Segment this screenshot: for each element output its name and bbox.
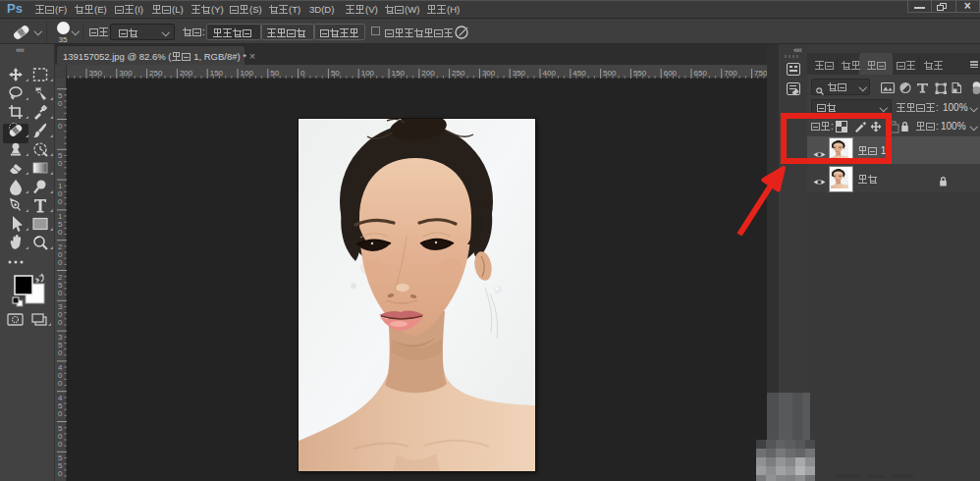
svg-text:350: 350 [513, 69, 526, 78]
svg-text:150: 150 [210, 69, 224, 78]
svg-text:150: 150 [392, 69, 406, 78]
svg-text:400: 400 [543, 69, 557, 78]
svg-text:0: 0 [58, 348, 63, 357]
svg-text:500: 500 [603, 69, 617, 78]
svg-text:0: 0 [58, 469, 63, 478]
svg-text:0: 0 [58, 228, 63, 237]
svg-text:750: 750 [754, 69, 767, 78]
svg-text:550: 550 [633, 69, 647, 78]
svg-text:250: 250 [452, 69, 465, 78]
svg-text:200: 200 [421, 69, 435, 78]
svg-text:0: 0 [58, 159, 63, 168]
svg-text:350: 350 [89, 69, 103, 78]
svg-text:0: 0 [58, 379, 63, 388]
svg-text:100: 100 [361, 69, 375, 78]
svg-text:300: 300 [482, 69, 496, 78]
svg-text:0: 0 [58, 289, 63, 297]
svg-text:200: 200 [180, 69, 193, 78]
svg-text:250: 250 [149, 69, 163, 78]
svg-text:450: 450 [572, 69, 586, 78]
svg-text:50: 50 [270, 69, 279, 78]
svg-text:700: 700 [724, 69, 737, 78]
svg-text:0: 0 [58, 99, 63, 108]
svg-text:0: 0 [58, 440, 63, 449]
svg-text:100: 100 [241, 69, 254, 78]
svg-text:650: 650 [694, 69, 708, 78]
svg-text:0: 0 [58, 409, 63, 418]
svg-text:0: 0 [58, 318, 63, 327]
svg-text:0: 0 [58, 122, 63, 131]
svg-text:50: 50 [331, 69, 340, 78]
svg-text:600: 600 [664, 69, 678, 78]
svg-text:300: 300 [119, 69, 133, 78]
svg-text:0: 0 [58, 197, 63, 206]
svg-text:0: 0 [300, 69, 305, 78]
svg-text:0: 0 [58, 258, 63, 267]
